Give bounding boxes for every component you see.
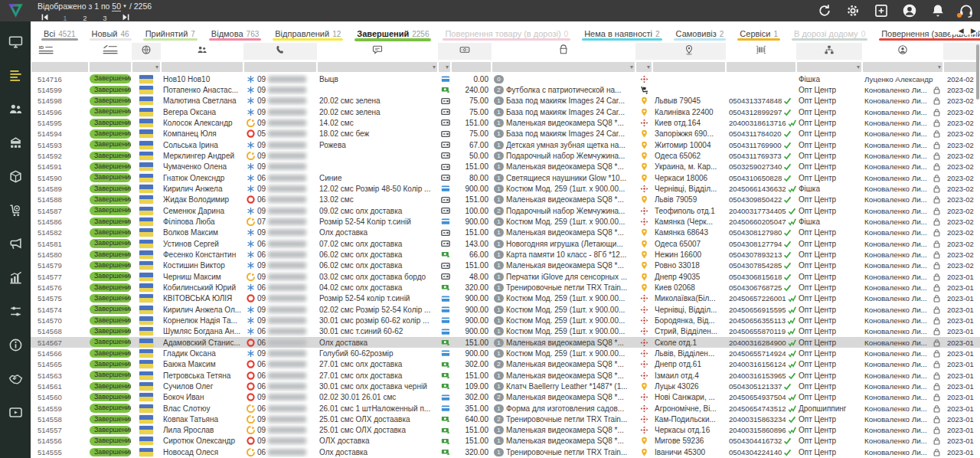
column-header-product[interactable] xyxy=(492,43,635,60)
table-row[interactable]: 514593ЗавершенийСольська Ірина09Рожева67… xyxy=(31,139,980,150)
column-header-status[interactable] xyxy=(89,43,132,60)
payment-filter-dropdown[interactable]: ▾ xyxy=(439,62,450,72)
status-tab[interactable]: Сервіси1 xyxy=(740,21,778,43)
column-header-source[interactable] xyxy=(796,43,862,60)
table-row[interactable]: 514716ЗавершенийНов10 Нов1009Выцв0.000Фі… xyxy=(31,74,980,84)
filter-dropdown-icon[interactable]: ▾ xyxy=(630,62,633,72)
table-row[interactable]: 514561ЗавершенийСучилов Олег0630.01 смс … xyxy=(31,381,980,391)
table-row[interactable]: 514596ЗавершенийВегера Оксана0920.02 смс… xyxy=(31,106,980,117)
table-row[interactable]: 514588ЗавершенийЖидак Володимир0613.02 с… xyxy=(31,195,980,205)
tabs-scroll-right-icon[interactable]: ▶ xyxy=(971,27,976,34)
column-filter-money[interactable] xyxy=(452,62,491,72)
column-header-manager[interactable] xyxy=(862,43,943,60)
table-row[interactable]: 514594ЗавершенийКомпанец Юля0518.02 смс … xyxy=(31,129,980,139)
column-filter-name[interactable] xyxy=(162,62,243,72)
products-box-icon[interactable] xyxy=(8,169,23,184)
column-header-flag[interactable] xyxy=(132,43,161,60)
table-row[interactable]: 514590ЗавершенийГнатюк Олексндр06Синие80… xyxy=(31,172,980,183)
table-row[interactable]: 514592ЗавершенийМерклингер Андрей0950.00… xyxy=(31,150,980,161)
notifications-bell-icon[interactable] xyxy=(930,3,946,18)
column-header-name[interactable] xyxy=(161,43,243,60)
vertical-scrollbar[interactable] xyxy=(976,44,979,100)
refresh-icon[interactable] xyxy=(817,3,832,18)
table-row[interactable]: 514568ЗавершенийШумляс Богдана Ан...0630… xyxy=(31,326,980,337)
column-filter-status[interactable] xyxy=(90,62,131,72)
status-tab[interactable]: Нема в наявності2 xyxy=(584,21,659,43)
table-row[interactable]: 514556ЗавершенийСиротюк Олександр09ОЛХ д… xyxy=(31,436,980,447)
filter-dropdown-icon[interactable]: ▾ xyxy=(857,62,860,72)
column-filter-manager[interactable]: ▾ xyxy=(863,62,942,72)
video-tutorials-icon[interactable] xyxy=(8,405,23,420)
column-header-money[interactable] xyxy=(438,43,492,60)
filter-dropdown-icon[interactable]: ▾ xyxy=(433,62,436,72)
table-row[interactable]: 514555ЗавершенийНовосад Олеся06Олх доста… xyxy=(31,447,980,457)
table-row[interactable]: 514559ЗавершенийВлас Слотюу0626.01 смс 1… xyxy=(31,403,980,414)
table-row[interactable]: 514599ЗавершенийПотапенко Анастас...0924… xyxy=(31,84,980,95)
table-row[interactable]: 514586ЗавершенийФіліпова Люба07Розмір 52… xyxy=(31,216,980,227)
column-filter-phone[interactable] xyxy=(244,62,316,72)
table-row[interactable]: 514587ЗавершенийСеменюк Дарина0909.02 см… xyxy=(31,205,980,216)
status-tab[interactable]: Самовивіз2 xyxy=(676,21,724,43)
filter-dropdown-icon[interactable]: ▾ xyxy=(155,62,158,72)
table-row[interactable]: 514566ЗавершенийГладик Оксана09Голубий 6… xyxy=(31,348,980,358)
status-tab[interactable]: Всі4521 xyxy=(44,21,76,43)
table-row[interactable]: 514577ЗавершенийЧерниш Максим0903.02 смс… xyxy=(31,271,980,282)
table-row[interactable]: 514576ЗавершенийКобилинський Юрий0604.02… xyxy=(31,282,980,293)
clients-icon[interactable] xyxy=(8,102,23,116)
table-row[interactable]: 514563ЗавершенийПетровська Тетяна0627.01… xyxy=(31,370,980,381)
column-filter-flag[interactable]: ▾ xyxy=(132,62,160,72)
table-row[interactable]: 514598ЗавершенийМалютина Светлана0920.02… xyxy=(31,96,980,106)
column-header-city[interactable] xyxy=(652,43,726,60)
purchases-cart-icon[interactable] xyxy=(8,203,23,218)
settings-sliders-icon[interactable] xyxy=(8,304,23,319)
table-row[interactable]: 514567ЗавершенийАдамовский Станис...06Ол… xyxy=(31,337,980,348)
column-header-date[interactable] xyxy=(943,43,980,60)
table-row[interactable]: 514558ЗавершенийКовпак Татьяна0925.01 см… xyxy=(31,414,980,424)
add-new-icon[interactable] xyxy=(874,3,889,18)
status-tab[interactable]: Відмова763 xyxy=(211,21,259,43)
column-header-phone[interactable] xyxy=(243,43,317,60)
table-row[interactable]: 514579ЗавершенийКостишин Виктор0906.02 с… xyxy=(31,260,980,271)
app-logo[interactable] xyxy=(0,0,31,21)
page-number[interactable]: 3 xyxy=(95,14,115,22)
column-filter-product[interactable]: ▾ xyxy=(492,62,635,72)
table-row[interactable]: 514574ЗавершенийКирилич Анжела Ол...0902… xyxy=(31,304,980,315)
table-row[interactable]: 514581ЗавершенийУстинов Сергей0607.02 см… xyxy=(31,238,980,249)
column-header-locicon[interactable] xyxy=(635,43,652,60)
status-tab[interactable]: Новый46 xyxy=(92,21,129,43)
status-tab[interactable]: Завершений2256 xyxy=(357,21,429,43)
filter-dropdown-icon[interactable]: ▾ xyxy=(647,62,650,72)
user-avatar-icon[interactable] xyxy=(902,3,917,18)
settings-gear-icon[interactable] xyxy=(845,3,861,18)
column-filter-locicon[interactable]: ▾ xyxy=(636,62,652,72)
table-row[interactable]: 514570ЗавершенийКорнелюк Надія Та...0930… xyxy=(31,315,980,326)
table-row[interactable]: 514580ЗавершенийФесенко Константин0606.0… xyxy=(31,249,980,260)
partners-handshake-icon[interactable] xyxy=(8,371,23,386)
page-number[interactable]: 1 xyxy=(55,14,75,22)
column-filter-ttn[interactable] xyxy=(727,62,795,72)
page-number[interactable]: 2 xyxy=(75,14,95,22)
column-header-comment[interactable] xyxy=(317,43,438,60)
tabs-scroll-left-icon[interactable]: ◀ xyxy=(959,27,964,34)
table-row[interactable]: 514589ЗавершенийКирилич Анжела0912.02 см… xyxy=(31,183,980,194)
info-icon[interactable] xyxy=(8,338,23,352)
warehouse-branches-icon[interactable] xyxy=(8,136,23,150)
status-tab[interactable]: Повернення товару (в дорозі)0 xyxy=(445,21,568,43)
column-filter-id[interactable] xyxy=(31,62,88,72)
orders-list-icon[interactable] xyxy=(8,68,23,83)
table-row[interactable]: 514557ЗавершенийЛила Ярослав0925.01 смс … xyxy=(31,425,980,436)
marketing-megaphone-icon[interactable] xyxy=(8,237,23,251)
filter-dropdown-icon[interactable]: ▾ xyxy=(938,62,941,72)
column-filter-comment[interactable]: ▾ xyxy=(318,62,437,72)
table-row[interactable]: 514575ЗавершенийКВІТОВСЬКА ЮЛІЯ09Розмір … xyxy=(31,293,980,304)
table-row[interactable]: 514595ЗавершенийКолосок Александр0914.02… xyxy=(31,117,980,128)
status-tab[interactable]: В дорозі додому0 xyxy=(794,21,865,43)
table-row[interactable]: 514565ЗавершенийБаюка Максим0627.01 смс … xyxy=(31,359,980,370)
table-row[interactable]: 514560ЗавершенийБокоч Иван0902.02 30.01 … xyxy=(31,392,980,403)
dashboard-monitor-icon[interactable] xyxy=(8,34,23,49)
table-row[interactable]: 514582ЗавершенийВолков Максим09Олх доста… xyxy=(31,227,980,238)
statistics-chart-icon[interactable] xyxy=(8,270,23,285)
status-tab[interactable]: Прийнятий7 xyxy=(145,21,195,43)
table-row[interactable]: 514591ЗавершенийЧумаченко Олена09151.001… xyxy=(31,162,980,172)
column-header-id[interactable]: ID xyxy=(31,43,89,60)
